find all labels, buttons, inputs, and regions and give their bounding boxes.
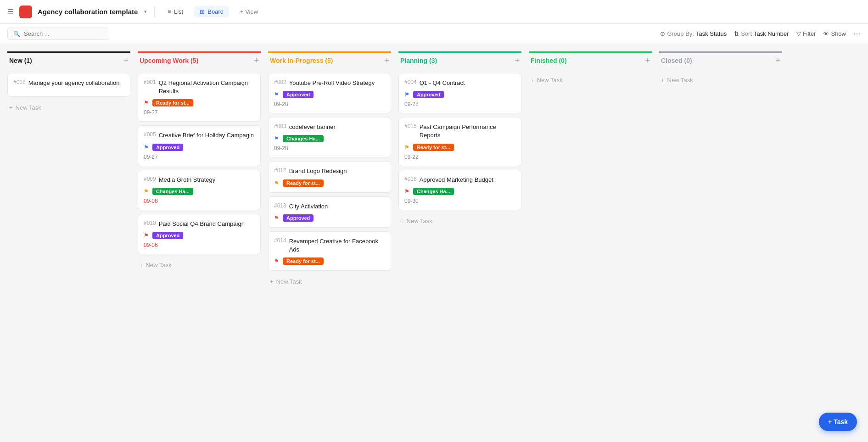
column-add-button-closed[interactable]: + xyxy=(775,56,780,65)
filter-control[interactable]: ▽ Filter xyxy=(796,30,816,37)
card-id: #010 xyxy=(144,220,156,228)
column-add-button-wip[interactable]: + xyxy=(384,56,389,65)
show-label: Show xyxy=(831,30,846,37)
status-badge[interactable]: Ready for st... xyxy=(283,257,324,265)
card-title: Manage your agency collaboration xyxy=(28,79,120,87)
card-title: Media Groth Strategy xyxy=(159,176,216,184)
column-closed: Closed (0)++New Task xyxy=(659,51,782,87)
flag-blue-icon: ⚑ xyxy=(274,135,279,142)
fab-label: + Task xyxy=(828,418,848,425)
card-meta: ⚑Ready for st... xyxy=(274,179,385,187)
task-card[interactable]: #014Revamped Creative for Facebook Ads⚑R… xyxy=(268,231,391,271)
project-title: Agency collaboration template xyxy=(38,8,138,16)
card-id: #008 xyxy=(13,79,26,87)
task-card[interactable]: #013City Activiation⚑Approved xyxy=(268,196,391,228)
task-card[interactable]: #009Media Groth Strategy⚑Changes Ha...09… xyxy=(138,170,261,210)
column-header-new: New (1)+ xyxy=(7,51,130,69)
column-header-closed: Closed (0)+ xyxy=(659,51,782,69)
status-badge[interactable]: Changes Ha... xyxy=(413,188,454,195)
new-task-button-wip[interactable]: +New Task xyxy=(268,274,391,289)
add-task-fab[interactable]: + Task xyxy=(819,413,857,431)
column-add-button-planning[interactable]: + xyxy=(515,56,520,65)
search-icon: 🔍 xyxy=(13,31,20,37)
card-id: #003 xyxy=(274,123,286,131)
column-header-upcoming: Upcoming Work (5)+ xyxy=(138,51,261,69)
flag-yellow-icon: ⚑ xyxy=(404,144,409,151)
status-badge[interactable]: Approved xyxy=(283,91,314,98)
card-meta: ⚑Approved xyxy=(274,214,385,222)
add-view-label: + View xyxy=(240,8,258,15)
card-date: 09-28 xyxy=(274,145,385,151)
board-label: Board xyxy=(207,8,224,15)
flag-blue-icon: ⚑ xyxy=(404,91,409,98)
sort-value: Task Number xyxy=(754,30,789,37)
task-card[interactable]: #002Youtube Pre-Roll Video Strategy⚑Appr… xyxy=(268,73,391,113)
new-task-button-upcoming[interactable]: +New Task xyxy=(138,258,261,272)
card-date: 09-08 xyxy=(144,198,255,204)
more-options-button[interactable]: ⋯ xyxy=(853,29,861,38)
task-card[interactable]: #004Q1 - Q4 Contract⚑Approved09-28 xyxy=(398,73,521,113)
board: New (1)+#008Manage your agency collabora… xyxy=(0,44,868,437)
group-by-control[interactable]: ⊙ Group By: Task Status xyxy=(660,30,727,37)
status-badge[interactable]: Changes Ha... xyxy=(152,188,193,195)
card-date: 09-06 xyxy=(144,242,255,248)
column-title-finished: Finished (0) xyxy=(531,57,567,64)
nav-divider xyxy=(154,6,155,17)
filter-icon: ▽ xyxy=(796,30,801,37)
column-title-upcoming: Upcoming Work (5) xyxy=(140,57,198,64)
card-date: 09-28 xyxy=(404,101,515,107)
search-input[interactable] xyxy=(24,30,97,37)
status-badge[interactable]: Ready for st... xyxy=(413,144,454,151)
toolbar-right: ⊙ Group By: Task Status ⇅ Sort Task Numb… xyxy=(660,29,861,38)
card-meta: ⚑Ready for st... xyxy=(274,257,385,265)
column-wip: Work In-Progress (5)+#002Youtube Pre-Rol… xyxy=(268,51,391,289)
task-card[interactable]: #001Q2 Regional Activation Campaign Resu… xyxy=(138,73,261,122)
new-task-label: New Task xyxy=(16,104,41,111)
new-task-button-finished[interactable]: +New Task xyxy=(529,73,652,87)
sort-control[interactable]: ⇅ Sort Task Number xyxy=(734,30,789,37)
hamburger-icon[interactable]: ☰ xyxy=(7,7,14,16)
card-id: #005 xyxy=(144,131,156,140)
group-by-value: Task Status xyxy=(696,30,727,37)
new-task-button-closed[interactable]: +New Task xyxy=(659,73,782,87)
status-badge[interactable]: Ready for st... xyxy=(283,179,324,187)
title-dropdown-icon[interactable]: ▾ xyxy=(144,9,147,15)
sort-icon: ⇅ xyxy=(734,30,739,37)
status-badge[interactable]: Approved xyxy=(283,214,314,222)
card-id: #015 xyxy=(404,123,417,140)
column-add-button-new[interactable]: + xyxy=(123,56,129,65)
task-card[interactable]: #012Brand Logo Redesign⚑Ready for st... xyxy=(268,161,391,192)
card-id: #016 xyxy=(404,176,417,184)
card-title: codefever banner xyxy=(289,123,336,131)
status-badge[interactable]: Approved xyxy=(152,144,183,151)
card-date: 09-27 xyxy=(144,109,255,116)
card-id: #012 xyxy=(274,167,286,175)
column-add-button-finished[interactable]: + xyxy=(645,56,650,65)
show-control[interactable]: 👁 Show xyxy=(823,30,846,37)
status-badge[interactable]: Changes Ha... xyxy=(283,135,324,142)
new-task-label: New Task xyxy=(667,77,693,84)
task-card[interactable]: #008Manage your agency collaboration xyxy=(7,73,130,97)
column-header-finished: Finished (0)+ xyxy=(529,51,652,69)
new-task-button-planning[interactable]: +New Task xyxy=(398,214,521,228)
column-add-button-upcoming[interactable]: + xyxy=(254,56,259,65)
task-card[interactable]: #003codefever banner⚑Changes Ha...09-28 xyxy=(268,117,391,157)
status-badge[interactable]: Ready for st... xyxy=(152,99,193,106)
column-header-planning: Planning (3)+ xyxy=(398,51,521,69)
card-title: Brand Logo Redesign xyxy=(289,167,347,175)
task-card[interactable]: #005Creative Brief for Holiday Campagin⚑… xyxy=(138,125,261,166)
new-task-button-new[interactable]: +New Task xyxy=(7,101,130,115)
card-meta: ⚑Changes Ha... xyxy=(404,188,515,195)
add-view-button[interactable]: + View xyxy=(235,6,263,17)
group-by-label: Group By: xyxy=(667,30,694,37)
status-badge[interactable]: Approved xyxy=(152,232,183,239)
status-badge[interactable]: Approved xyxy=(413,91,444,98)
list-view-button[interactable]: ≡ List xyxy=(162,6,189,17)
task-card[interactable]: #016Approved Marketing Budget⚑Changes Ha… xyxy=(398,170,521,210)
card-meta: ⚑Approved xyxy=(274,91,385,98)
task-card[interactable]: #015Past Campaign Performance Reports⚑Re… xyxy=(398,117,521,166)
board-view-button[interactable]: ⊞ Board xyxy=(194,6,229,17)
search-box[interactable]: 🔍 xyxy=(7,28,108,40)
card-date: 09-28 xyxy=(274,101,385,107)
task-card[interactable]: #010Paid Social Q4 Brand Campaign⚑Approv… xyxy=(138,214,261,254)
